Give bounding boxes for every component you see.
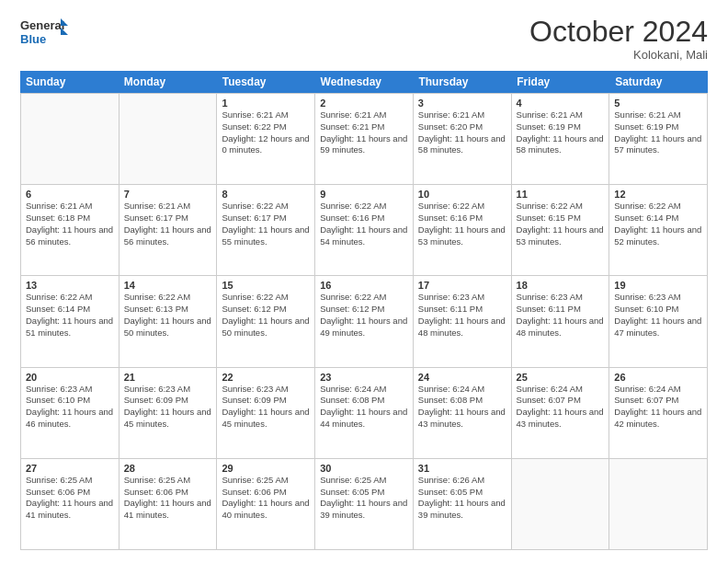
weekday-header-thursday: Thursday [413, 71, 511, 93]
day-info-26: Sunrise: 6:24 AM Sunset: 6:07 PM Dayligh… [614, 384, 702, 431]
day-5: 5Sunrise: 6:21 AM Sunset: 6:19 PM Daylig… [609, 94, 708, 185]
calendar-row-3: 13Sunrise: 6:22 AM Sunset: 6:14 PM Dayli… [21, 276, 708, 367]
day-number-31: 31 [418, 463, 506, 474]
day-number-30: 30 [320, 463, 408, 474]
day-info-2: Sunrise: 6:21 AM Sunset: 6:21 PM Dayligh… [320, 109, 408, 156]
day-info-28: Sunrise: 6:25 AM Sunset: 6:06 PM Dayligh… [124, 475, 212, 522]
day-8: 8Sunrise: 6:22 AM Sunset: 6:17 PM Daylig… [217, 185, 315, 276]
day-1: 1Sunrise: 6:21 AM Sunset: 6:22 PM Daylig… [217, 94, 315, 185]
day-19: 19Sunrise: 6:23 AM Sunset: 6:10 PM Dayli… [609, 276, 708, 367]
empty-cell-0-0 [21, 94, 119, 185]
day-number-13: 13 [26, 280, 114, 291]
day-22: 22Sunrise: 6:23 AM Sunset: 6:09 PM Dayli… [217, 368, 315, 459]
day-7: 7Sunrise: 6:21 AM Sunset: 6:17 PM Daylig… [119, 185, 218, 276]
weekday-header-tuesday: Tuesday [217, 71, 315, 93]
calendar-row-2: 6Sunrise: 6:21 AM Sunset: 6:18 PM Daylig… [21, 185, 708, 276]
header: General Blue October 2024 Kolokani, Mali [20, 17, 708, 62]
calendar-row-1: 1Sunrise: 6:21 AM Sunset: 6:22 PM Daylig… [21, 94, 708, 185]
day-10: 10Sunrise: 6:22 AM Sunset: 6:16 PM Dayli… [414, 185, 512, 276]
title-block: October 2024 Kolokani, Mali [529, 17, 708, 62]
day-number-8: 8 [222, 189, 310, 200]
day-info-17: Sunrise: 6:23 AM Sunset: 6:11 PM Dayligh… [418, 292, 506, 339]
day-info-6: Sunrise: 6:21 AM Sunset: 6:18 PM Dayligh… [26, 201, 114, 247]
day-14: 14Sunrise: 6:22 AM Sunset: 6:13 PM Dayli… [119, 276, 218, 367]
day-info-31: Sunrise: 6:26 AM Sunset: 6:05 PM Dayligh… [418, 475, 506, 522]
day-number-23: 23 [320, 372, 408, 383]
day-number-14: 14 [124, 280, 212, 291]
day-info-30: Sunrise: 6:25 AM Sunset: 6:05 PM Dayligh… [320, 475, 408, 522]
day-info-27: Sunrise: 6:25 AM Sunset: 6:06 PM Dayligh… [26, 475, 114, 522]
day-number-26: 26 [614, 372, 702, 383]
day-number-9: 9 [320, 189, 408, 200]
day-12: 12Sunrise: 6:22 AM Sunset: 6:14 PM Dayli… [609, 185, 708, 276]
day-number-3: 3 [418, 98, 506, 109]
day-3: 3Sunrise: 6:21 AM Sunset: 6:20 PM Daylig… [414, 94, 512, 185]
day-2: 2Sunrise: 6:21 AM Sunset: 6:21 PM Daylig… [315, 94, 414, 185]
day-6: 6Sunrise: 6:21 AM Sunset: 6:18 PM Daylig… [21, 185, 119, 276]
empty-cell-0-1 [119, 94, 218, 185]
day-16: 16Sunrise: 6:22 AM Sunset: 6:12 PM Dayli… [315, 276, 414, 367]
weekday-header-saturday: Saturday [609, 71, 708, 93]
day-number-15: 15 [222, 280, 310, 291]
day-number-2: 2 [320, 98, 408, 109]
day-17: 17Sunrise: 6:23 AM Sunset: 6:11 PM Dayli… [414, 276, 512, 367]
weekday-header-monday: Monday [119, 71, 217, 93]
day-number-29: 29 [222, 463, 310, 474]
day-18: 18Sunrise: 6:23 AM Sunset: 6:11 PM Dayli… [512, 276, 610, 367]
day-number-28: 28 [124, 463, 212, 474]
day-20: 20Sunrise: 6:23 AM Sunset: 6:10 PM Dayli… [21, 368, 119, 459]
day-28: 28Sunrise: 6:25 AM Sunset: 6:06 PM Dayli… [119, 459, 218, 550]
day-4: 4Sunrise: 6:21 AM Sunset: 6:19 PM Daylig… [512, 94, 610, 185]
day-number-27: 27 [26, 463, 114, 474]
day-26: 26Sunrise: 6:24 AM Sunset: 6:07 PM Dayli… [609, 368, 708, 459]
day-info-13: Sunrise: 6:22 AM Sunset: 6:14 PM Dayligh… [26, 292, 114, 339]
day-number-10: 10 [418, 189, 506, 200]
location: Kolokani, Mali [529, 48, 708, 62]
empty-cell-4-6 [609, 459, 708, 550]
day-9: 9Sunrise: 6:22 AM Sunset: 6:16 PM Daylig… [315, 185, 414, 276]
day-info-5: Sunrise: 6:21 AM Sunset: 6:19 PM Dayligh… [614, 109, 702, 156]
day-24: 24Sunrise: 6:24 AM Sunset: 6:08 PM Dayli… [414, 368, 512, 459]
day-info-8: Sunrise: 6:22 AM Sunset: 6:17 PM Dayligh… [222, 201, 310, 247]
day-info-1: Sunrise: 6:21 AM Sunset: 6:22 PM Dayligh… [222, 109, 310, 156]
day-number-12: 12 [614, 189, 702, 200]
day-number-5: 5 [614, 98, 702, 109]
day-number-24: 24 [418, 372, 506, 383]
day-number-17: 17 [418, 280, 506, 291]
day-number-20: 20 [26, 372, 114, 383]
day-info-25: Sunrise: 6:24 AM Sunset: 6:07 PM Dayligh… [517, 384, 605, 431]
day-info-16: Sunrise: 6:22 AM Sunset: 6:12 PM Dayligh… [320, 292, 408, 339]
day-number-16: 16 [320, 280, 408, 291]
day-number-4: 4 [517, 98, 605, 109]
day-number-19: 19 [614, 280, 702, 291]
svg-text:General: General [20, 18, 64, 32]
day-info-12: Sunrise: 6:22 AM Sunset: 6:14 PM Dayligh… [614, 201, 702, 247]
day-info-29: Sunrise: 6:25 AM Sunset: 6:06 PM Dayligh… [222, 475, 310, 522]
day-21: 21Sunrise: 6:23 AM Sunset: 6:09 PM Dayli… [119, 368, 218, 459]
calendar-body: 1Sunrise: 6:21 AM Sunset: 6:22 PM Daylig… [20, 93, 708, 550]
day-info-21: Sunrise: 6:23 AM Sunset: 6:09 PM Dayligh… [124, 384, 212, 431]
month-title: October 2024 [529, 17, 708, 46]
logo-svg: General Blue [20, 17, 68, 50]
day-number-22: 22 [222, 372, 310, 383]
day-27: 27Sunrise: 6:25 AM Sunset: 6:06 PM Dayli… [21, 459, 119, 550]
day-info-22: Sunrise: 6:23 AM Sunset: 6:09 PM Dayligh… [222, 384, 310, 431]
day-info-24: Sunrise: 6:24 AM Sunset: 6:08 PM Dayligh… [418, 384, 506, 431]
calendar-header: SundayMondayTuesdayWednesdayThursdayFrid… [20, 71, 708, 93]
day-number-25: 25 [517, 372, 605, 383]
day-info-20: Sunrise: 6:23 AM Sunset: 6:10 PM Dayligh… [26, 384, 114, 431]
day-info-3: Sunrise: 6:21 AM Sunset: 6:20 PM Dayligh… [418, 109, 506, 156]
day-info-7: Sunrise: 6:21 AM Sunset: 6:17 PM Dayligh… [124, 201, 212, 247]
day-number-18: 18 [517, 280, 605, 291]
day-23: 23Sunrise: 6:24 AM Sunset: 6:08 PM Dayli… [315, 368, 414, 459]
day-info-10: Sunrise: 6:22 AM Sunset: 6:16 PM Dayligh… [418, 201, 506, 247]
calendar-row-5: 27Sunrise: 6:25 AM Sunset: 6:06 PM Dayli… [21, 459, 708, 550]
day-13: 13Sunrise: 6:22 AM Sunset: 6:14 PM Dayli… [21, 276, 119, 367]
day-number-7: 7 [124, 189, 212, 200]
day-info-14: Sunrise: 6:22 AM Sunset: 6:13 PM Dayligh… [124, 292, 212, 339]
day-29: 29Sunrise: 6:25 AM Sunset: 6:06 PM Dayli… [217, 459, 315, 550]
weekday-header-wednesday: Wednesday [315, 71, 414, 93]
calendar: SundayMondayTuesdayWednesdayThursdayFrid… [20, 71, 708, 550]
day-info-9: Sunrise: 6:22 AM Sunset: 6:16 PM Dayligh… [320, 201, 408, 247]
day-25: 25Sunrise: 6:24 AM Sunset: 6:07 PM Dayli… [512, 368, 610, 459]
